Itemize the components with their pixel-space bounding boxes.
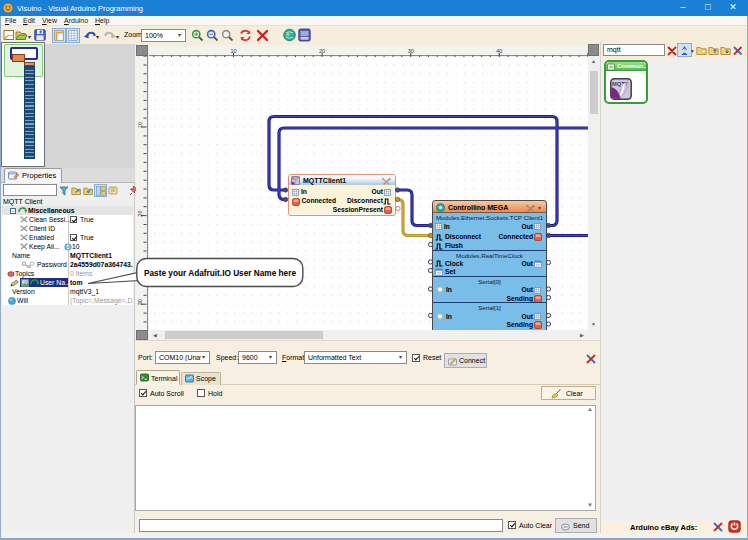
svg-text:30: 30 (137, 299, 143, 305)
svg-text:30: 30 (408, 48, 414, 54)
svg-text:MQTT: MQTT (612, 81, 629, 87)
svg-text:20: 20 (137, 211, 143, 217)
svg-text:40: 40 (496, 48, 502, 54)
svg-text:20: 20 (319, 48, 325, 54)
svg-text:10: 10 (137, 122, 143, 128)
svg-text:Paste your Adafruit.IO User Na: Paste your Adafruit.IO User Name here (144, 267, 296, 278)
svg-text:10: 10 (230, 48, 236, 54)
